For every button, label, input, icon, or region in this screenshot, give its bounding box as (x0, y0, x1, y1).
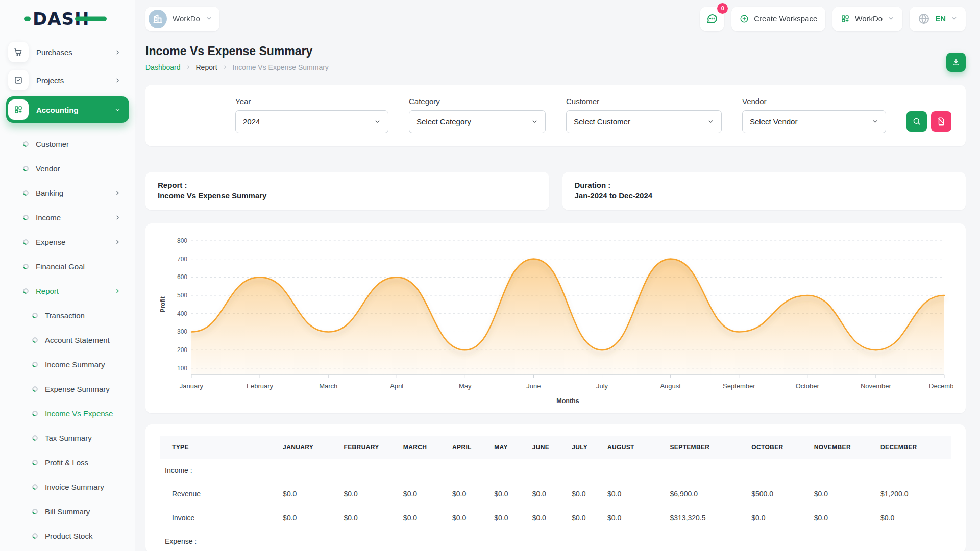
svg-text:March: March (319, 382, 337, 390)
chevron-down-icon (374, 118, 381, 125)
cell-value: $0.0 (398, 506, 447, 530)
cell-value: $6,900.0 (665, 482, 746, 506)
sidebar-item-bill-summary[interactable]: Bill Summary (6, 499, 129, 523)
create-workspace-button[interactable]: Create Workspace (731, 7, 825, 31)
messages-badge: 0 (717, 3, 728, 14)
sidebar-item-accounting[interactable]: Accounting (6, 96, 129, 123)
sidebar-item-purchases[interactable]: Purchases (6, 40, 129, 64)
svg-text:August: August (660, 382, 681, 390)
sidebar-item-label: Account Statement (45, 336, 129, 344)
sidebar-item-cash-flow[interactable]: Cash Flow (6, 548, 129, 551)
bullet-icon (32, 508, 38, 515)
report-summary-value: Income Vs Expense Summary (158, 191, 537, 200)
sidebar-item-invoice-summary[interactable]: Invoice Summary (6, 474, 129, 499)
cell-value: $0.0 (809, 482, 875, 506)
sidebar-item-label: Customer (36, 140, 129, 148)
sidebar-item-label: Income (36, 213, 114, 222)
cell-value: $500.0 (746, 482, 809, 506)
cell-value: $1,200.0 (875, 482, 951, 506)
svg-text:April: April (390, 382, 403, 390)
svg-text:November: November (861, 382, 892, 390)
sidebar-item-income-summary[interactable]: Income Summary (6, 352, 129, 377)
language-selector[interactable]: EN (910, 7, 966, 31)
workspace-switcher[interactable]: WorkDo (145, 7, 219, 31)
sidebar-item-projects[interactable]: Projects (6, 68, 129, 92)
chevron-right-icon (185, 64, 191, 70)
filter-year-select[interactable]: 2024 (235, 110, 388, 133)
chevron-down-icon (206, 15, 212, 22)
cell-value: $0.0 (489, 482, 527, 506)
table-row-invoice: Invoice$0.0$0.0$0.0$0.0$0.0$0.0$0.0$0.0$… (160, 506, 951, 530)
breadcrumb-dashboard[interactable]: Dashboard (145, 63, 181, 71)
sidebar-item-banking[interactable]: Banking (6, 181, 129, 205)
filter-label-customer: Customer (566, 97, 722, 106)
bullet-icon (22, 165, 29, 172)
workspace-menu-button[interactable]: WorkDo (832, 7, 902, 31)
sidebar-item-income-vs-expense[interactable]: Income Vs Expense (6, 401, 129, 425)
chevron-right-icon (114, 239, 121, 245)
svg-text:100: 100 (177, 365, 187, 372)
breadcrumb-report[interactable]: Report (196, 63, 217, 71)
download-icon (951, 58, 961, 67)
plus-circle-icon (740, 14, 749, 23)
filter-vendor-select[interactable]: Select Vendor (742, 110, 886, 133)
bullet-icon (22, 239, 29, 245)
sidebar-item-income[interactable]: Income (6, 205, 129, 230)
chevron-down-icon (531, 118, 538, 125)
filter-search-button[interactable] (906, 111, 927, 132)
cell-value: $0.0 (567, 506, 602, 530)
filter-reset-button[interactable] (931, 111, 951, 132)
cell-value: $0.0 (527, 506, 567, 530)
cell-value: $0.0 (746, 506, 809, 530)
profit-chart: 100200300400500600700800JanuaryFebruaryM… (158, 231, 953, 408)
download-button[interactable] (946, 53, 966, 72)
svg-text:400: 400 (177, 310, 187, 317)
chat-icon (706, 13, 718, 25)
svg-text:300: 300 (177, 328, 187, 335)
sidebar-item-customer[interactable]: Customer (6, 132, 129, 156)
sidebar-item-financial-goal[interactable]: Financial Goal (6, 254, 129, 279)
sidebar-item-vendor[interactable]: Vendor (6, 156, 129, 181)
svg-text:January: January (180, 382, 204, 390)
sidebar-item-expense[interactable]: Expense (6, 230, 129, 254)
sidebar-item-label: Purchases (36, 48, 114, 57)
sidebar-item-label: Tax Summary (45, 434, 129, 442)
cell-value: $0.0 (602, 482, 665, 506)
chevron-right-icon (114, 214, 121, 221)
selected-value: Select Vendor (750, 117, 797, 126)
sidebar-item-profit-loss[interactable]: Profit & Loss (6, 450, 129, 474)
table-header-april: APRIL (447, 436, 489, 459)
sidebar-item-expense-summary[interactable]: Expense Summary (6, 377, 129, 401)
bullet-icon (32, 484, 38, 490)
svg-text:May: May (459, 382, 472, 390)
sidebar-item-label: Product Stock (45, 532, 129, 540)
selected-value: Select Customer (574, 117, 630, 126)
messages-button[interactable]: 0 (700, 7, 724, 31)
sidebar-item-account-statement[interactable]: Account Statement (6, 328, 129, 352)
chat-icon (706, 13, 718, 25)
filter-category-select[interactable]: Select Category (409, 110, 546, 133)
chevron-down-icon (872, 118, 878, 125)
svg-text:200: 200 (177, 346, 187, 354)
svg-text:600: 600 (177, 273, 187, 281)
bullet-icon (22, 214, 29, 221)
sidebar-item-label: Income Summary (45, 360, 129, 369)
selected-value: 2024 (243, 117, 260, 126)
grid-plus-icon (841, 14, 850, 23)
sidebar-item-label: Financial Goal (36, 262, 129, 271)
sidebar-item-tax-summary[interactable]: Tax Summary (6, 425, 129, 450)
cell-value: $0.0 (875, 506, 951, 530)
sidebar-item-product-stock[interactable]: Product Stock (6, 523, 129, 548)
chevron-right-icon (114, 288, 121, 294)
sidebar-item-report[interactable]: Report (6, 279, 129, 303)
cart-icon (14, 47, 23, 57)
brand-logo[interactable]: DASH (33, 9, 89, 29)
cell-value: $313,320.5 (665, 506, 746, 530)
chevron-down-icon (114, 107, 121, 113)
breadcrumb-income-vs-expense-summary: Income Vs Expense Summary (233, 63, 329, 71)
sidebar-item-transaction[interactable]: Transaction (6, 303, 129, 328)
filter-customer-select[interactable]: Select Customer (566, 110, 722, 133)
plus-circle-icon (740, 14, 749, 23)
table-header-october: OCTOBER (746, 436, 809, 459)
table-section-row: Expense : (160, 530, 951, 551)
